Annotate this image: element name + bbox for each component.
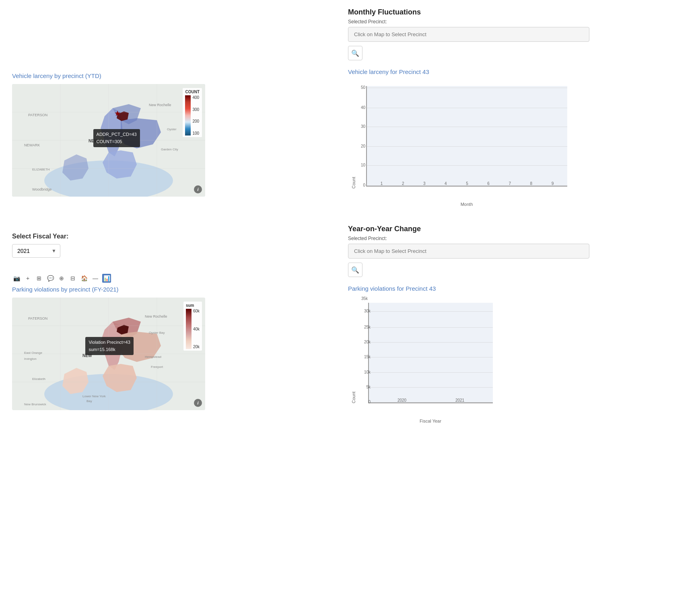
bar-label-6: 6	[487, 181, 490, 186]
svg-text:Lower New York: Lower New York	[82, 394, 106, 398]
bars-wrapper-monthly: 1 2 3 4 5	[367, 86, 567, 186]
map-info-icon[interactable]: i	[194, 185, 202, 193]
chart-area-monthly: 0 10 20 30 40 50	[366, 86, 567, 187]
toolbar-camera-icon[interactable]: 📷	[12, 274, 21, 283]
svg-text:Woodbridge: Woodbridge	[32, 187, 51, 191]
legend-title: COUNT	[185, 90, 200, 94]
svg-text:NEW: NEW	[89, 139, 98, 143]
bar-item-2: 2	[392, 180, 414, 186]
fiscal-year-select-wrapper: 2019 2020 2021 2022 ▼	[12, 244, 60, 258]
monthly-search-icon: 🔍	[351, 49, 359, 57]
bar-item-6: 6	[478, 180, 499, 186]
monthly-search-button[interactable]: 🔍	[348, 46, 362, 60]
svg-text:Bay: Bay	[86, 399, 92, 403]
bar-label-7: 7	[509, 181, 511, 186]
fiscal-year-label: Select Fiscal Year:	[12, 233, 348, 240]
svg-text:ELIZABETH: ELIZABETH	[32, 168, 50, 171]
bar-label-3: 3	[423, 181, 426, 186]
yoy-y-tick-35k-label: 35k	[351, 296, 368, 301]
toolbar-grid-icon[interactable]: ⊞	[35, 274, 43, 283]
yoy-search-button[interactable]: 🔍	[348, 263, 362, 277]
bar-label-2: 2	[402, 181, 404, 186]
x-axis-label-monthly: Month	[366, 202, 567, 207]
bar-label-1: 1	[381, 181, 383, 186]
svg-text:Freeport: Freeport	[151, 365, 163, 369]
parking-legend-20k: 20k	[193, 345, 200, 349]
yoy-bar-label-2020: 2020	[397, 398, 406, 402]
svg-text:NEWARK: NEWARK	[24, 143, 40, 147]
parking-legend-color-bar	[186, 309, 192, 349]
legend-100: 100	[192, 131, 199, 136]
vehicle-larceny-map[interactable]: PATERSON New Rochelle NEWARK NEW Oyster …	[12, 84, 205, 197]
svg-text:PATERSON: PATERSON	[28, 113, 47, 117]
toolbar-chart-icon[interactable]: 📊	[102, 274, 111, 283]
toolbar-home-icon[interactable]: 🏠	[80, 274, 89, 283]
bar-item-7: 7	[499, 180, 521, 186]
svg-text:Irvington: Irvington	[24, 357, 37, 361]
parking-violations-map[interactable]: PATERSON New Rochelle Oyster Bay East Or…	[12, 298, 205, 410]
yoy-bar-label-2021: 2021	[455, 398, 464, 402]
svg-text:Oyster Bay: Oyster Bay	[149, 331, 165, 335]
yoy-precinct-input[interactable]	[348, 244, 589, 259]
legend-labels: 400 300 200 100	[192, 95, 199, 136]
monthly-precinct-input[interactable]	[348, 27, 589, 42]
bar-label-9: 9	[552, 181, 554, 186]
parking-legend-labels: 60k 40k 20k	[193, 309, 200, 349]
svg-text:East Orange: East Orange	[24, 351, 42, 355]
chart-area-yoy: 0 5k 10k 15k 20k 25k 30k	[368, 303, 493, 403]
svg-text:Hempstead: Hempstead	[145, 355, 161, 359]
parking-legend-60k: 60k	[193, 309, 200, 313]
legend-color-bar	[185, 95, 191, 136]
svg-text:Oyster: Oyster	[167, 127, 177, 131]
parking-legend-40k: 40k	[193, 327, 200, 331]
svg-text:Elizabeth: Elizabeth	[32, 377, 45, 381]
svg-text:New Rochelle: New Rochelle	[145, 314, 167, 318]
parking-violations-chart-title: Parking violations for Precinct 43	[348, 285, 684, 292]
bar-item-3: 3	[414, 180, 435, 186]
monthly-selected-precinct-label: Selected Precinct:	[348, 19, 684, 25]
legend-max: 400	[192, 95, 199, 100]
parking-violations-bar-chart: Count 0 5k 10k 15k 20k 25	[348, 297, 517, 425]
parking-map-info-icon[interactable]: i	[194, 399, 202, 407]
parking-map-legend: sum 60k 40k 20k	[183, 302, 202, 351]
legend-300: 300	[192, 107, 199, 112]
toolbar-zoom-in-icon[interactable]: ⊕	[57, 274, 66, 283]
svg-text:New Rochelle: New Rochelle	[149, 103, 171, 107]
vehicle-larceny-bar-chart: Count 0 10 20 30 40 50	[348, 80, 573, 209]
map-star-marker: ★	[114, 109, 121, 118]
toolbar: 📷 + ⊞ 💬 ⊕ ⊟ 🏠 — 📊	[12, 274, 348, 283]
toolbar-comment-icon[interactable]: 💬	[46, 274, 55, 283]
bar-item-1: 1	[371, 180, 392, 186]
yoy-bar-item-2020: 2020	[386, 396, 418, 402]
fiscal-year-section: Select Fiscal Year: 2019 2020 2021 2022 …	[12, 225, 348, 266]
toolbar-zoom-out-icon[interactable]: ⊟	[68, 274, 77, 283]
parking-map-title: Parking violations by precinct (FY-2021)	[12, 286, 348, 293]
svg-text:PATERSON: PATERSON	[28, 316, 47, 320]
bar-item-8: 8	[521, 180, 542, 186]
bar-label-5: 5	[466, 181, 468, 186]
map-section-title: Vehicle larceny by precinct (YTD)	[12, 72, 348, 79]
bar-item-9: 9	[542, 180, 563, 186]
yoy-search-icon: 🔍	[351, 266, 359, 274]
x-axis-label-yoy: Fiscal Year	[368, 419, 493, 423]
svg-text:NEW: NEW	[82, 353, 92, 358]
toolbar-plus-icon[interactable]: +	[23, 274, 32, 283]
svg-text:New Brunswick: New Brunswick	[24, 402, 47, 406]
yoy-bar-item-2021: 2021	[444, 396, 476, 402]
parking-legend-title: sum	[186, 303, 200, 308]
vehicle-larceny-chart-title: Vehicle larceny for Precinct 43	[348, 68, 684, 75]
legend-200: 200	[192, 119, 199, 123]
yoy-selected-precinct-label: Selected Precinct:	[348, 236, 684, 241]
bar-label-4: 4	[445, 181, 447, 186]
svg-text:Garden City: Garden City	[161, 148, 178, 151]
map-legend: COUNT 400 300 200 100	[183, 88, 202, 137]
bar-item-5: 5	[456, 180, 478, 186]
y-axis-label-monthly: Count	[351, 84, 356, 189]
bar-item-4: 4	[435, 180, 456, 186]
bars-wrapper-yoy: 2020 2021	[369, 303, 493, 402]
bar-label-8: 8	[530, 181, 533, 186]
monthly-fluctuations-title: Monthly Fluctuations	[348, 8, 684, 16]
fiscal-year-select[interactable]: 2019 2020 2021 2022	[12, 244, 60, 258]
toolbar-dash-icon[interactable]: —	[91, 274, 100, 283]
yoy-section-title: Year-on-Year Change	[348, 225, 684, 233]
